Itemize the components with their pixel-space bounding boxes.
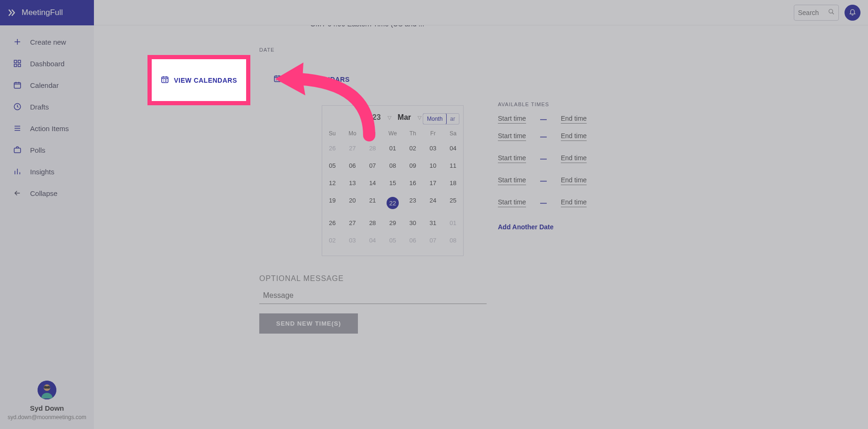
calendar-day[interactable]: 26 [322,214,342,232]
calendar-day[interactable]: 28 [363,140,383,157]
user-name: Syd Down [5,404,89,412]
add-another-date-button[interactable]: Add Another Date [498,223,587,231]
bars-icon [13,167,23,176]
nav-label: Insights [30,168,54,176]
calendar-day[interactable]: 06 [403,232,423,249]
time-separator: — [540,177,547,185]
end-time-input[interactable]: End time [561,132,587,141]
view-calendars-highlight[interactable]: VIEW CALENDARS [161,75,237,85]
calendar-day[interactable]: 27 [342,214,363,232]
nav-action-items[interactable]: Action Items [0,117,94,139]
calendar-day[interactable]: 20 [342,192,363,214]
calendar-day[interactable]: 22 [383,192,403,214]
message-input[interactable] [259,286,487,304]
calendar-day[interactable]: 08 [443,232,463,249]
view-month-button[interactable]: Month [423,113,447,125]
calendar-day[interactable]: 11 [443,157,463,174]
notifications-button[interactable] [845,5,860,21]
calendar-day[interactable]: 16 [403,174,423,192]
nav-label: Dashboard [30,60,64,68]
calendar-day[interactable]: 29 [383,214,403,232]
calendar-day[interactable]: 19 [322,192,342,214]
calendar-day[interactable]: 18 [443,174,463,192]
nav-label: Create new [30,38,66,46]
calendar-day[interactable]: 27 [342,140,363,157]
calendar-day[interactable]: 23 [403,192,423,214]
chevron-down-icon[interactable]: ▽ [388,115,391,121]
avatar[interactable] [38,381,56,399]
plus-icon [13,38,23,46]
nav-label: Polls [30,146,46,154]
calendar-day[interactable]: 07 [423,232,443,249]
calendar-day[interactable]: 09 [403,157,423,174]
user-footer: Syd Down syd.down@moonmeetings.com [0,372,94,429]
calendar-header: 2023 ▽ Mar ▽ Month ar [322,110,463,127]
calendar-day[interactable]: 05 [383,232,403,249]
calendar-day[interactable]: 07 [363,157,383,174]
nav-calendar[interactable]: Calendar [0,74,94,96]
view-year-button[interactable]: ar [446,114,459,124]
logo-icon [8,8,18,18]
date-section: DATE [259,47,275,53]
end-time-input[interactable]: End time [561,198,587,207]
calendar-dow: Tu [363,127,383,140]
nav-polls[interactable]: Polls [0,139,94,161]
nav-drafts[interactable]: Drafts [0,96,94,117]
start-time-input[interactable]: Start time [498,198,526,207]
calendar-day[interactable]: 01 [443,214,463,232]
calendar-day[interactable]: 06 [342,157,363,174]
calendar-day[interactable]: 26 [322,140,342,157]
calendar-day[interactable]: 14 [363,174,383,192]
svg-rect-3 [18,64,21,67]
chevron-down-icon[interactable]: ▽ [418,115,421,121]
calendar-icon [13,81,23,89]
end-time-input[interactable]: End time [561,115,587,124]
logo[interactable]: MeetingFull [0,0,94,25]
search-box[interactable] [794,5,839,21]
nav-create-new[interactable]: Create new [0,31,94,53]
calendar-day[interactable]: 31 [423,214,443,232]
search-icon [828,8,835,17]
time-row: Start time—End time [498,198,587,207]
end-time-input[interactable]: End time [561,154,587,163]
start-time-input[interactable]: Start time [498,154,526,163]
calendar-day[interactable]: 04 [363,232,383,249]
nav: Create new Dashboard Calendar Drafts Act… [0,25,94,372]
start-time-input[interactable]: Start time [498,115,526,124]
calendar-day[interactable]: 08 [383,157,403,174]
calendar-day[interactable]: 24 [423,192,443,214]
view-calendars-button[interactable]: VIEW CALENDARS [259,61,364,97]
start-time-input[interactable]: Start time [498,176,526,185]
calendar-day[interactable]: 15 [383,174,403,192]
calendar-day[interactable]: 17 [423,174,443,192]
calendar-dow: Su [322,127,342,140]
time-separator: — [540,133,547,140]
clock-icon [13,102,23,111]
nav-dashboard[interactable]: Dashboard [0,53,94,74]
svg-rect-6 [14,148,21,153]
calendar-day[interactable]: 02 [322,232,342,249]
search-input[interactable] [798,9,828,16]
calendar-day[interactable]: 02 [403,140,423,157]
calendar-day[interactable]: 12 [322,174,342,192]
calendar-day[interactable]: 01 [383,140,403,157]
calendar-year[interactable]: 2023 [364,113,381,122]
calendar-day[interactable]: 28 [363,214,383,232]
calendar-day[interactable]: 05 [322,157,342,174]
time-separator: — [540,155,547,163]
calendar-day[interactable]: 10 [423,157,443,174]
briefcase-icon [13,146,23,154]
calendar-day[interactable]: 04 [443,140,463,157]
calendar-day[interactable]: 03 [342,232,363,249]
end-time-input[interactable]: End time [561,176,587,185]
nav-collapse[interactable]: Collapse [0,182,94,204]
send-new-times-button[interactable]: SEND NEW TIME(S) [259,313,358,334]
calendar-day[interactable]: 13 [342,174,363,192]
calendar-day[interactable]: 30 [403,214,423,232]
calendar-day[interactable]: 25 [443,192,463,214]
calendar-month[interactable]: Mar [398,113,411,122]
calendar-day[interactable]: 03 [423,140,443,157]
nav-insights[interactable]: Insights [0,161,94,182]
calendar-day[interactable]: 21 [363,192,383,214]
start-time-input[interactable]: Start time [498,132,526,141]
